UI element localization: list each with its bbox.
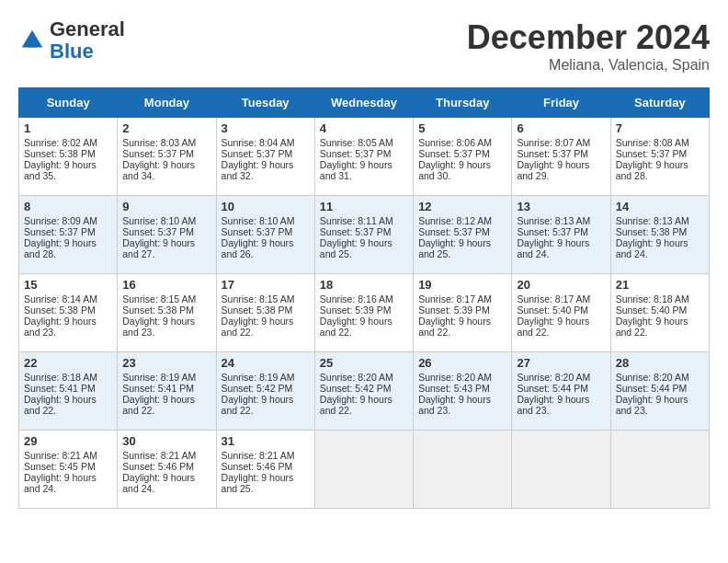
day-number: 26 <box>418 356 506 370</box>
day-number: 17 <box>222 278 310 292</box>
header-tuesday: Tuesday <box>216 88 314 118</box>
calendar-day-20: 20Sunrise: 8:17 AMSunset: 5:40 PMDayligh… <box>512 274 610 352</box>
calendar-day-3: 3Sunrise: 8:04 AMSunset: 5:37 PMDaylight… <box>216 118 314 196</box>
calendar-week-2: 8Sunrise: 8:09 AMSunset: 5:37 PMDaylight… <box>19 196 710 274</box>
empty-cell <box>314 431 413 509</box>
calendar-day-7: 7Sunrise: 8:08 AMSunset: 5:37 PMDaylight… <box>610 118 709 196</box>
day-number: 20 <box>517 278 605 292</box>
calendar-week-3: 15Sunrise: 8:14 AMSunset: 5:38 PMDayligh… <box>19 274 710 352</box>
logo-line2: Blue <box>50 40 94 63</box>
day-number: 22 <box>24 356 112 370</box>
calendar-day-19: 19Sunrise: 8:17 AMSunset: 5:39 PMDayligh… <box>414 274 512 352</box>
day-number: 28 <box>616 356 704 370</box>
weekday-header-row: Sunday Monday Tuesday Wednesday Thursday… <box>19 88 710 118</box>
header-monday: Monday <box>118 88 216 118</box>
day-number: 5 <box>418 121 506 135</box>
day-number: 16 <box>122 278 210 292</box>
day-number: 3 <box>222 121 310 135</box>
day-number: 31 <box>222 434 310 448</box>
calendar-day-29: 29Sunrise: 8:21 AMSunset: 5:45 PMDayligh… <box>19 431 118 509</box>
day-number: 12 <box>418 200 506 213</box>
day-number: 7 <box>616 121 704 135</box>
logo-icon <box>18 27 46 54</box>
logo: General Blue <box>18 18 125 63</box>
calendar-day-9: 9Sunrise: 8:10 AMSunset: 5:37 PMDaylight… <box>118 196 216 274</box>
calendar-day-14: 14Sunrise: 8:13 AMSunset: 5:38 PMDayligh… <box>610 196 709 274</box>
day-number: 13 <box>517 200 605 213</box>
calendar-day-17: 17Sunrise: 8:15 AMSunset: 5:38 PMDayligh… <box>216 274 314 352</box>
calendar-week-5: 29Sunrise: 8:21 AMSunset: 5:45 PMDayligh… <box>19 431 710 509</box>
calendar-day-24: 24Sunrise: 8:19 AMSunset: 5:42 PMDayligh… <box>216 352 314 431</box>
calendar-day-10: 10Sunrise: 8:10 AMSunset: 5:37 PMDayligh… <box>216 196 314 274</box>
header-wednesday: Wednesday <box>314 88 413 118</box>
day-number: 4 <box>320 121 408 135</box>
calendar-day-15: 15Sunrise: 8:14 AMSunset: 5:38 PMDayligh… <box>19 274 118 352</box>
calendar-week-4: 22Sunrise: 8:18 AMSunset: 5:41 PMDayligh… <box>19 352 710 431</box>
header-sunday: Sunday <box>19 88 118 118</box>
calendar-table: Sunday Monday Tuesday Wednesday Thursday… <box>18 87 710 509</box>
calendar-day-27: 27Sunrise: 8:20 AMSunset: 5:44 PMDayligh… <box>512 352 610 431</box>
calendar-day-31: 31Sunrise: 8:21 AMSunset: 5:46 PMDayligh… <box>216 431 314 509</box>
calendar-day-25: 25Sunrise: 8:20 AMSunset: 5:42 PMDayligh… <box>314 352 413 431</box>
day-number: 1 <box>24 121 112 135</box>
day-number: 24 <box>222 356 310 370</box>
calendar-day-13: 13Sunrise: 8:13 AMSunset: 5:37 PMDayligh… <box>512 196 610 274</box>
calendar-day-23: 23Sunrise: 8:19 AMSunset: 5:41 PMDayligh… <box>118 352 216 431</box>
header-friday: Friday <box>512 88 610 118</box>
logo-text: General Blue <box>50 18 125 63</box>
month-title: December 2024 <box>467 18 710 57</box>
calendar-body: 1Sunrise: 8:02 AMSunset: 5:38 PMDaylight… <box>19 118 710 509</box>
calendar-day-11: 11Sunrise: 8:11 AMSunset: 5:37 PMDayligh… <box>314 196 413 274</box>
calendar-day-26: 26Sunrise: 8:20 AMSunset: 5:43 PMDayligh… <box>414 352 512 431</box>
day-number: 2 <box>122 121 210 135</box>
day-number: 11 <box>320 200 408 213</box>
day-number: 29 <box>24 434 112 448</box>
empty-cell <box>610 431 709 509</box>
calendar-day-8: 8Sunrise: 8:09 AMSunset: 5:37 PMDaylight… <box>19 196 118 274</box>
location: Meliana, Valencia, Spain <box>467 57 710 74</box>
calendar-day-4: 4Sunrise: 8:05 AMSunset: 5:37 PMDaylight… <box>314 118 413 196</box>
day-number: 18 <box>320 278 408 292</box>
day-number: 14 <box>616 200 704 213</box>
empty-cell <box>512 431 610 509</box>
day-number: 30 <box>122 434 210 448</box>
calendar-day-6: 6Sunrise: 8:07 AMSunset: 5:37 PMDaylight… <box>512 118 610 196</box>
empty-cell <box>414 431 512 509</box>
header-thursday: Thursday <box>414 88 512 118</box>
calendar-day-5: 5Sunrise: 8:06 AMSunset: 5:37 PMDaylight… <box>414 118 512 196</box>
day-number: 8 <box>24 200 112 213</box>
day-number: 9 <box>122 200 210 213</box>
calendar-day-16: 16Sunrise: 8:15 AMSunset: 5:38 PMDayligh… <box>118 274 216 352</box>
day-number: 10 <box>222 200 310 213</box>
day-number: 21 <box>616 278 704 292</box>
calendar-day-18: 18Sunrise: 8:16 AMSunset: 5:39 PMDayligh… <box>314 274 413 352</box>
day-number: 6 <box>517 121 605 135</box>
title-block: December 2024 Meliana, Valencia, Spain <box>467 18 710 74</box>
day-number: 25 <box>320 356 408 370</box>
day-number: 19 <box>418 278 506 292</box>
day-number: 27 <box>517 356 605 370</box>
day-number: 23 <box>122 356 210 370</box>
calendar-day-21: 21Sunrise: 8:18 AMSunset: 5:40 PMDayligh… <box>610 274 709 352</box>
day-number: 15 <box>24 278 112 292</box>
logo-line1: General <box>50 17 125 40</box>
calendar-day-12: 12Sunrise: 8:12 AMSunset: 5:37 PMDayligh… <box>414 196 512 274</box>
calendar-day-28: 28Sunrise: 8:20 AMSunset: 5:44 PMDayligh… <box>610 352 709 431</box>
svg-rect-1 <box>28 40 37 48</box>
calendar-day-22: 22Sunrise: 8:18 AMSunset: 5:41 PMDayligh… <box>19 352 118 431</box>
calendar-day-30: 30Sunrise: 8:21 AMSunset: 5:46 PMDayligh… <box>118 431 216 509</box>
header-saturday: Saturday <box>610 88 709 118</box>
calendar-day-2: 2Sunrise: 8:03 AMSunset: 5:37 PMDaylight… <box>118 118 216 196</box>
calendar-day-1: 1Sunrise: 8:02 AMSunset: 5:38 PMDaylight… <box>19 118 118 196</box>
page-header: General Blue December 2024 Meliana, Vale… <box>18 18 710 74</box>
calendar-week-1: 1Sunrise: 8:02 AMSunset: 5:38 PMDaylight… <box>19 118 710 196</box>
